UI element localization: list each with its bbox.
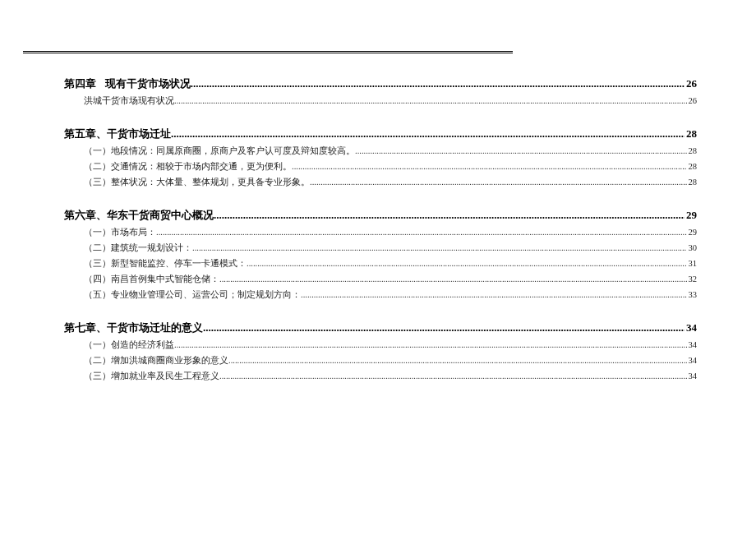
toc-sub-page: 31 [687, 259, 698, 268]
toc-sub-row: （五）专业物业管理公司、运营公司；制定规划方向： ...............… [64, 289, 697, 301]
toc-leader: ........................................… [247, 259, 687, 268]
toc-sub-title: （一）创造的经济利益 [84, 339, 174, 351]
toc-sub-page: 30 [687, 243, 698, 252]
toc-sub-title: 洪城干货市场现有状况 [84, 95, 174, 107]
toc-leader: ........................................… [292, 162, 687, 171]
toc-sub-page: 29 [687, 228, 698, 237]
toc-leader: ........................................… [310, 178, 687, 187]
toc-leader: ........................................… [301, 290, 687, 299]
toc-chapter-title: 第七章、干货市场迁址的意义 [64, 321, 203, 335]
toc-leader: ........................................… [191, 77, 685, 90]
toc-sub-row: （三）新型智能监控、停车一卡通模式： .....................… [64, 258, 697, 270]
toc-chapter-title: 第六章、华东干货商贸中心概况 [64, 208, 214, 223]
toc-leader: ........................................… [171, 127, 685, 141]
document-page: 第四章 现有干货市场状况 ...........................… [0, 51, 756, 382]
toc-sub-row: （二）增加洪城商圈商业形象的意义 .......................… [64, 355, 697, 367]
toc-sub-title: （一）地段情况：同属原商圈，原商户及客户认可度及辩知度较高。 [84, 145, 355, 157]
toc-sub-page: 26 [687, 96, 698, 105]
toc-leader: ........................................… [219, 371, 687, 380]
toc-chapter-page: 34 [685, 321, 697, 334]
toc-sub-title: （一）市场布局： [84, 227, 156, 238]
toc-sub-title: （五）专业物业管理公司、运营公司；制定规划方向： [84, 289, 301, 301]
toc-sub-page: 28 [687, 162, 698, 171]
table-of-contents: 第四章 现有干货市场状况 ...........................… [64, 76, 697, 382]
toc-sub-title: （二）建筑统一规划设计： [84, 242, 192, 254]
toc-sub-row: （二）交通情况：相较于市场内部交通，更为便利。 ................… [64, 161, 697, 173]
toc-sub-title: （三）新型智能监控、停车一卡通模式： [84, 258, 247, 270]
toc-sub-row: （四）南昌首例集中式智能仓储： ........................… [64, 274, 697, 285]
toc-leader: ........................................… [219, 274, 687, 284]
toc-sub-title: （三）增加就业率及民生工程意义 [84, 371, 219, 382]
toc-sub-page: 34 [687, 340, 698, 349]
toc-sub-page: 34 [687, 371, 698, 380]
header-rule [23, 51, 513, 53]
toc-leader: ........................................… [156, 228, 687, 237]
toc-chapter-page: 29 [685, 209, 697, 222]
toc-sub-page: 34 [687, 356, 698, 365]
toc-leader: ........................................… [228, 356, 687, 365]
toc-chapter-row: 第六章、华东干货商贸中心概况 .........................… [64, 208, 697, 223]
toc-sub-row: （一）创造的经济利益 .............................… [64, 339, 697, 351]
toc-sub-title: （二）交通情况：相较于市场内部交通，更为便利。 [84, 161, 292, 173]
toc-chapter-row: 第七章、干货市场迁址的意义 ..........................… [64, 321, 697, 335]
toc-sub-row: （三）整体状况：大体量、整体规划，更具备专业形象。 ..............… [64, 177, 697, 188]
toc-chapter-title: 第五章、干货市场迁址 [64, 127, 171, 141]
toc-chapter-title: 第四章 现有干货市场状况 [64, 76, 191, 91]
toc-sub-row: 洪城干货市场现有状况 .............................… [64, 95, 697, 107]
toc-leader: ........................................… [192, 243, 687, 252]
toc-chapter-page: 28 [685, 127, 697, 141]
toc-sub-page: 33 [687, 290, 698, 299]
toc-sub-title: （二）增加洪城商圈商业形象的意义 [84, 355, 228, 367]
toc-sub-row: （二）建筑统一规划设计： ...........................… [64, 242, 697, 254]
toc-sub-page: 28 [687, 178, 698, 187]
toc-sub-title: （四）南昌首例集中式智能仓储： [84, 274, 219, 285]
toc-sub-page: 32 [687, 274, 698, 284]
toc-leader: ........................................… [355, 146, 687, 155]
toc-sub-page: 28 [687, 146, 698, 155]
toc-sub-row: （一）市场布局： ...............................… [64, 227, 697, 238]
toc-chapter-page: 26 [685, 77, 697, 90]
toc-sub-title: （三）整体状况：大体量、整体规划，更具备专业形象。 [84, 177, 310, 188]
toc-chapter-row: 第四章 现有干货市场状况 ...........................… [64, 76, 697, 91]
toc-leader: ........................................… [203, 321, 685, 334]
toc-sub-row: （三）增加就业率及民生工程意义 ........................… [64, 371, 697, 382]
toc-leader: ........................................… [174, 96, 687, 105]
toc-chapter-row: 第五章、干货市场迁址 .............................… [64, 127, 697, 141]
toc-sub-row: （一）地段情况：同属原商圈，原商户及客户认可度及辩知度较高。 .........… [64, 145, 697, 157]
toc-leader: ........................................… [174, 340, 687, 349]
toc-leader: ........................................… [214, 209, 685, 222]
